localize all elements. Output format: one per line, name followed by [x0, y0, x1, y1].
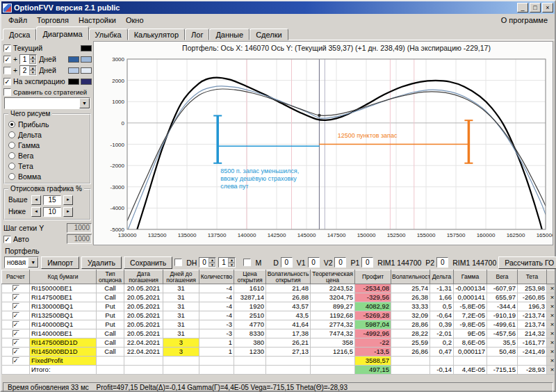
dh-stepper-2[interactable]: 1 ▲▼: [218, 257, 236, 268]
row-check-cell[interactable]: ✓: [2, 302, 30, 311]
row-close-button[interactable]: ×: [547, 357, 555, 366]
plus2-days-stepper[interactable]: 2 ▲▼: [19, 65, 37, 76]
expiration-color-swatch-2[interactable]: [81, 79, 92, 85]
plus2-color-swatch-2[interactable]: [81, 67, 92, 74]
spin-down-icon[interactable]: ▼: [29, 59, 36, 64]
column-header[interactable]: Тип опциона: [97, 270, 124, 284]
portfolio-name-select[interactable]: новая ▼: [4, 256, 39, 268]
plus1-color-swatch-2[interactable]: [81, 56, 92, 63]
plus1-color-swatch[interactable]: [68, 56, 79, 63]
row-checkbox[interactable]: ✓: [13, 339, 19, 346]
close-button[interactable]: ×: [542, 3, 553, 13]
delete-button[interactable]: Удалить: [81, 256, 122, 269]
dropdown-arrow-icon[interactable]: ▼: [79, 98, 90, 108]
row-checkbox[interactable]: ✓: [13, 303, 19, 310]
tab-item[interactable]: Улыбка: [89, 28, 128, 40]
row-close-button[interactable]: ×: [547, 284, 555, 293]
spin-down-icon[interactable]: ▼: [29, 70, 36, 75]
tab-item[interactable]: Сделки: [250, 28, 288, 40]
plus1-days-stepper[interactable]: 1 ▲▼: [19, 54, 37, 65]
m-checkbox[interactable]: ✓: [243, 259, 251, 266]
row-checkbox[interactable]: ✓: [13, 321, 19, 328]
column-header[interactable]: Волатильность открытия: [266, 270, 311, 284]
current-checkbox[interactable]: ✓: [3, 44, 11, 52]
row-check-cell[interactable]: ✓: [2, 338, 30, 348]
tab-active[interactable]: Диаграмма: [36, 26, 88, 40]
row-checkbox[interactable]: ✓: [13, 285, 19, 292]
spin-down-icon[interactable]: ▼: [228, 263, 235, 268]
above-value-input[interactable]: 15: [43, 195, 61, 205]
column-header[interactable]: Вега: [487, 270, 518, 284]
above-increase-button[interactable]: ►: [63, 195, 73, 205]
current-color-swatch[interactable]: [81, 45, 92, 51]
draw-option[interactable]: Дельта: [8, 129, 88, 140]
column-header[interactable]: Дельта: [430, 270, 454, 284]
plus2-color-swatch[interactable]: [68, 67, 79, 74]
row-check-cell[interactable]: ✓: [2, 357, 30, 366]
row-close-button[interactable]: ×: [547, 311, 555, 320]
above-decrease-button[interactable]: ◄: [31, 195, 41, 205]
row-close-button[interactable]: ×: [547, 338, 555, 348]
row-checkbox[interactable]: ✓: [13, 330, 19, 337]
menu-item[interactable]: Окно: [121, 15, 149, 26]
calculate-margin-button[interactable]: Рассчитать ГО: [498, 256, 556, 269]
menu-about[interactable]: О программе: [496, 15, 553, 26]
column-header[interactable]: Тета: [518, 270, 547, 284]
expiration-color-swatch[interactable]: [68, 79, 79, 85]
p1-input[interactable]: [361, 257, 373, 268]
draw-option[interactable]: Тета: [8, 161, 88, 171]
expiration-checkbox[interactable]: ✓: [3, 78, 11, 85]
spin-down-icon[interactable]: ▼: [208, 263, 215, 268]
draw-option[interactable]: Прибыль: [8, 119, 88, 129]
plus1-checkbox[interactable]: ✓: [3, 56, 11, 63]
dropdown-arrow-icon[interactable]: ▼: [28, 257, 38, 268]
v2-input[interactable]: [334, 257, 346, 268]
plus2-checkbox[interactable]: ✓: [3, 67, 11, 74]
below-decrease-button[interactable]: ◄: [31, 207, 41, 217]
row-close-button[interactable]: ×: [547, 320, 555, 329]
below-value-input[interactable]: 10: [43, 207, 61, 217]
auto-grid-checkbox[interactable]: ✓: [3, 236, 11, 243]
save-button[interactable]: Сохранить: [124, 256, 172, 269]
tab-item[interactable]: Калькулятор: [128, 28, 185, 40]
row-check-cell[interactable]: ✓: [2, 293, 30, 302]
dh-stepper-1[interactable]: 0 ▲▼: [199, 257, 216, 268]
column-header[interactable]: Код бумаги: [30, 270, 97, 284]
compare-strategy-checkbox[interactable]: ✓: [3, 88, 11, 96]
tab-item[interactable]: Доска: [3, 28, 36, 40]
strategy-select[interactable]: ▼: [4, 97, 90, 109]
row-check-cell[interactable]: ✓: [2, 284, 30, 293]
v1-input[interactable]: [308, 257, 320, 268]
column-header[interactable]: Волатильность: [391, 270, 430, 284]
column-header[interactable]: Гамма: [454, 270, 487, 284]
column-header[interactable]: Дней до погашения: [163, 270, 199, 284]
minimize-button[interactable]: _: [517, 3, 528, 13]
d-input[interactable]: [281, 257, 293, 268]
below-increase-button[interactable]: ►: [63, 207, 73, 217]
column-header[interactable]: Количество: [199, 270, 234, 284]
draw-option[interactable]: Вомма: [8, 171, 88, 181]
column-header[interactable]: Теоретическая цена: [311, 270, 355, 284]
column-header[interactable]: Дата погашения: [124, 270, 163, 284]
row-close-button[interactable]: ×: [547, 302, 555, 311]
menu-item[interactable]: Настройки: [74, 15, 121, 26]
draw-option[interactable]: Вега: [8, 150, 88, 161]
row-check-cell[interactable]: ✓: [2, 320, 30, 329]
row-close-button[interactable]: ×: [547, 366, 555, 375]
tab-item[interactable]: Данные: [209, 28, 250, 40]
grid-step-input[interactable]: 1000: [67, 223, 92, 233]
menu-item[interactable]: Файл: [3, 15, 32, 26]
p2-input[interactable]: [436, 257, 448, 268]
maximize-button[interactable]: □: [530, 3, 541, 13]
menu-item[interactable]: Торговля: [32, 15, 74, 26]
row-close-button[interactable]: ×: [547, 293, 555, 302]
column-header[interactable]: Расчет: [2, 270, 30, 284]
tab-item[interactable]: Лог: [185, 28, 209, 40]
row-check-cell[interactable]: ✓: [2, 329, 30, 338]
row-checkbox[interactable]: ✓: [13, 294, 19, 301]
column-header[interactable]: Профит: [355, 270, 391, 284]
import-button[interactable]: Импорт: [41, 256, 79, 269]
draw-option[interactable]: Гамма: [8, 140, 88, 150]
dh-checkbox[interactable]: ✓: [174, 259, 182, 266]
row-check-cell[interactable]: ✓: [2, 311, 30, 320]
